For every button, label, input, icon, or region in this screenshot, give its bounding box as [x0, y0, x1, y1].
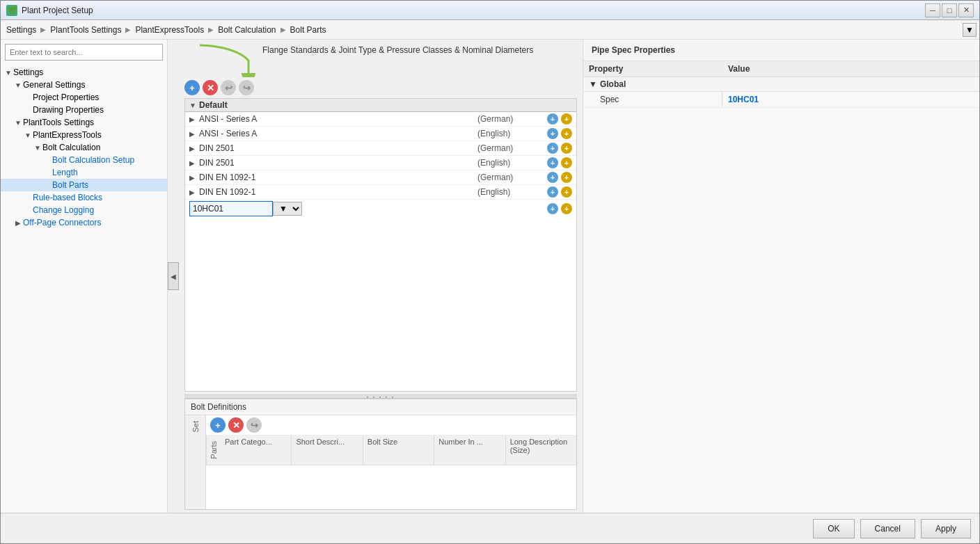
tree-item-bolt-parts[interactable]: Bolt Parts — [1, 179, 167, 191]
row-actions-4: + + — [547, 157, 572, 168]
close-button[interactable]: ✕ — [958, 3, 974, 17]
cancel-button[interactable]: Cancel — [860, 519, 915, 538]
ok-button[interactable]: OK — [813, 519, 854, 538]
breadcrumb-dropdown[interactable]: ▼ — [963, 23, 977, 37]
tree-item-off-page[interactable]: ▶ Off-Page Connectors — [1, 216, 167, 229]
row-gold-1[interactable]: + — [561, 113, 572, 125]
sep2: ▶ — [125, 26, 131, 33]
tree-label-bolt-calc: Bolt Calculation — [42, 143, 164, 152]
props-group-global[interactable]: ▼ Global — [583, 77, 979, 92]
remove-flange-button[interactable]: ✕ — [203, 80, 218, 95]
toggle-length — [42, 168, 52, 177]
redo-bolt-button[interactable]: ↪ — [246, 417, 262, 433]
search-input[interactable] — [5, 44, 163, 61]
undo-flange-button[interactable]: ↩ — [221, 80, 236, 95]
col-short-desc: Short Descri... — [292, 435, 363, 465]
row-gold-5[interactable]: + — [561, 172, 572, 183]
col-bolt-size: Bolt Size — [363, 435, 434, 465]
table-row[interactable]: ▶ ANSI - Series A (German) + + — [185, 112, 576, 127]
row-toggle-5[interactable]: ▶ — [189, 174, 199, 182]
row-name-5: DIN EN 1092-1 — [199, 173, 477, 182]
toggle-draw — [23, 105, 33, 115]
breadcrumb-settings[interactable]: Settings — [3, 24, 39, 36]
row-add-2[interactable]: + — [547, 128, 558, 139]
group-toggle[interactable]: ▼ — [189, 102, 199, 109]
row-add-4[interactable]: + — [547, 157, 558, 168]
remove-bolt-button[interactable]: ✕ — [228, 417, 244, 433]
col-number-in: Number In ... — [434, 435, 505, 465]
add-flange-button[interactable]: + — [184, 80, 200, 95]
tree-item-drawing-properties[interactable]: Drawing Properties — [1, 104, 167, 116]
maximize-button[interactable]: □ — [942, 3, 957, 17]
spec-gold[interactable]: + — [561, 203, 572, 214]
tree-item-bolt-calc-setup[interactable]: Bolt Calculation Setup — [1, 154, 167, 166]
minimize-button[interactable]: ─ — [925, 3, 940, 17]
tree-item-plantexpress[interactable]: ▼ PlantExpressTools — [1, 129, 167, 141]
row-add-6[interactable]: + — [547, 186, 558, 198]
breadcrumb-plantexpress[interactable]: PlantExpressTools — [132, 24, 207, 36]
bolt-set-label: Set — [191, 415, 200, 438]
spec-add[interactable]: + — [547, 203, 558, 214]
spec-dropdown[interactable]: ▼ — [273, 202, 302, 216]
arrow-area: Flange Standards & Joint Type & Pressure… — [179, 40, 583, 77]
row-add-5[interactable]: + — [547, 172, 558, 183]
toggle-bolt-calc[interactable]: ▼ — [33, 143, 42, 152]
spec-property-value[interactable]: 10HC01 — [722, 92, 979, 107]
tree-item-rule-blocks[interactable]: Rule-based Blocks — [1, 191, 167, 204]
bolt-definitions-panel: Bolt Definitions Set + ✕ ↪ — [184, 399, 577, 510]
add-bolt-button[interactable]: + — [210, 417, 226, 433]
tree-item-bolt-calculation[interactable]: ▼ Bolt Calculation — [1, 141, 167, 154]
bolt-table-body — [206, 465, 576, 509]
tree-label-plantexpress: PlantExpressTools — [33, 130, 164, 140]
spec-input[interactable] — [189, 201, 273, 216]
row-add-1[interactable]: + — [547, 113, 558, 125]
row-gold-4[interactable]: + — [561, 157, 572, 168]
row-actions-5: + + — [547, 172, 572, 183]
flange-group-default[interactable]: ▼ Default — [185, 99, 576, 112]
toggle-general[interactable]: ▼ — [13, 80, 23, 90]
row-actions-2: + + — [547, 128, 572, 139]
row-gold-3[interactable]: + — [561, 143, 572, 154]
toggle-planttools[interactable]: ▼ — [13, 118, 23, 127]
toggle-offpage[interactable]: ▶ — [13, 218, 23, 227]
tree-item-settings[interactable]: ▼ Settings — [1, 66, 167, 79]
tree-view: ▼ Settings ▼ General Settings Project Pr… — [1, 65, 167, 513]
table-row[interactable]: ▶ ANSI - Series A (English) + + — [185, 127, 576, 141]
main-content: ▼ Settings ▼ General Settings Project Pr… — [1, 40, 979, 513]
breadcrumb-bolt-calc[interactable]: Bolt Calculation — [215, 24, 278, 36]
toggle-settings[interactable]: ▼ — [3, 67, 13, 77]
row-name-2: ANSI - Series A — [199, 129, 477, 138]
window-controls: ─ □ ✕ — [925, 3, 974, 17]
row-lang-4: (English) — [477, 158, 547, 168]
collapse-sidebar-button[interactable]: ◀ — [168, 262, 179, 290]
row-gold-2[interactable]: + — [561, 128, 572, 139]
table-row[interactable]: ▶ DIN EN 1092-1 (English) + + — [185, 185, 576, 200]
toggle-proj — [23, 93, 33, 102]
apply-button[interactable]: Apply — [921, 519, 971, 538]
tree-item-change-logging[interactable]: Change Logging — [1, 204, 167, 216]
breadcrumb-bolt-parts[interactable]: Bolt Parts — [287, 24, 329, 36]
row-add-3[interactable]: + — [547, 143, 558, 154]
row-toggle-1[interactable]: ▶ — [189, 115, 199, 123]
tree-item-general-settings[interactable]: ▼ General Settings — [1, 79, 167, 91]
row-gold-6[interactable]: + — [561, 186, 572, 198]
tree-item-planttools-settings[interactable]: ▼ PlantTools Settings — [1, 116, 167, 129]
table-row[interactable]: ▶ DIN 2501 (English) + + — [185, 156, 576, 170]
tree-item-length[interactable]: Length — [1, 166, 167, 179]
table-row[interactable]: ▶ DIN EN 1092-1 (German) + + — [185, 170, 576, 185]
row-toggle-6[interactable]: ▶ — [189, 189, 199, 196]
toggle-plantexpress[interactable]: ▼ — [23, 130, 33, 140]
row-name-4: DIN 2501 — [199, 158, 477, 168]
row-toggle-2[interactable]: ▶ — [189, 130, 199, 138]
tree-item-project-properties[interactable]: Project Properties — [1, 91, 167, 104]
row-actions-6: + + — [547, 186, 572, 198]
breadcrumb: Settings ▶ PlantTools Settings ▶ PlantEx… — [3, 24, 329, 36]
redo-flange-button[interactable]: ↪ — [239, 80, 254, 95]
row-toggle-4[interactable]: ▶ — [189, 159, 199, 167]
tree-label-off-page: Off-Page Connectors — [23, 218, 164, 227]
breadcrumb-planttools[interactable]: PlantTools Settings — [47, 24, 124, 36]
tree-label-planttools: PlantTools Settings — [23, 118, 164, 127]
table-row[interactable]: ▶ DIN 2501 (German) + + — [185, 141, 576, 156]
row-lang-5: (German) — [477, 173, 547, 182]
row-toggle-3[interactable]: ▶ — [189, 145, 199, 152]
